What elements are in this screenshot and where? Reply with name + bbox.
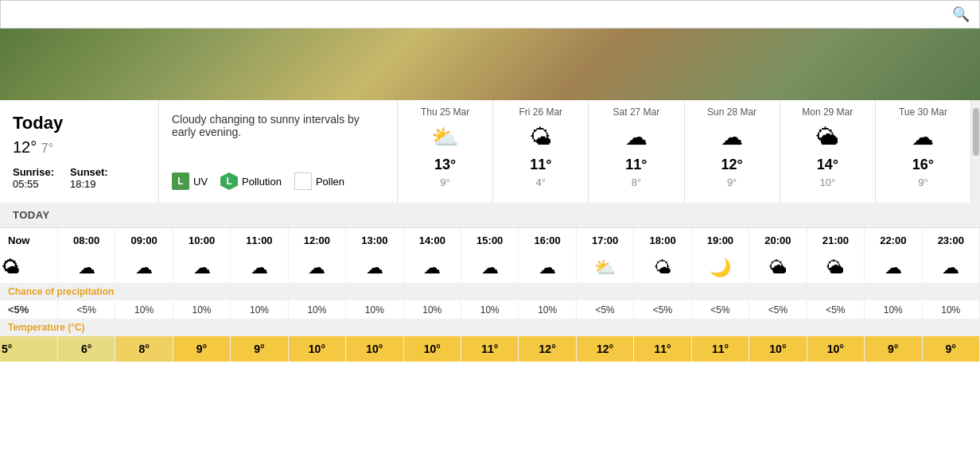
hourly-header: TODAY [0,203,980,228]
today-description: Cloudy changing to sunny intervals by ea… [172,113,384,138]
sunset-time: 18:19 [70,178,108,190]
sunrise-block: Sunrise: 05:55 [13,166,54,190]
precip-val-14: <5% [807,300,864,319]
precip-val-4: 10% [231,300,288,319]
precip-val-3: 10% [173,300,230,319]
hour-label-11: 18:00 [634,228,691,253]
scrollbar-thumb [973,108,979,156]
forecast-date: Sun 28 Mar [707,107,756,118]
hour-label-1: 08:00 [57,228,115,253]
temp-val-10: 12° [576,336,633,362]
temp-val-7: 10° [403,336,461,362]
hour-icon-8: ☁ [461,253,519,283]
forecast-high: 11° [530,157,551,173]
hour-label-9: 16:00 [519,228,576,253]
pollen-icon [294,172,312,190]
hour-icon-13: 🌥 [749,253,807,283]
search-input[interactable]: Lewisham (Greater London) [10,6,952,23]
forecast-high: 11° [625,157,647,173]
hourly-table: Now08:0009:0010:0011:0012:0013:0014:0015… [0,228,980,362]
badges-row: L UV L Pollution Pollen [172,172,384,190]
forecast-icon: ⛅ [431,124,459,150]
forecast-low: 9° [918,176,928,188]
today-low: 7° [41,141,53,155]
hour-label-7: 14:00 [403,228,461,253]
temp-val-15: 9° [865,336,922,362]
forecast-icon: ☁ [912,124,934,150]
hour-icon-3: ☁ [173,253,230,283]
sunrise-label: Sunrise: [13,166,54,178]
hour-label-8: 15:00 [461,228,519,253]
weather-panel: Today 12° 7° Sunrise: 05:55 Sunset: 18:1… [0,100,980,203]
forecast-icon: 🌤 [530,124,552,150]
temp-val-12: 11° [691,336,749,362]
precip-val-7: 10% [403,300,461,319]
search-button[interactable]: 🔍 [952,6,970,23]
forecast-days: Thu 25 Mar ⛅ 13° 9° Fri 26 Mar 🌤 11° 4° … [398,100,970,203]
forecast-day-0[interactable]: Thu 25 Mar ⛅ 13° 9° [398,100,493,203]
forecast-day-3[interactable]: Sun 28 Mar ☁ 12° 9° [685,100,780,203]
precip-val-5: 10% [288,300,345,319]
precip-label: Chance of precipitation [0,283,980,300]
hour-label-10: 17:00 [576,228,633,253]
forecast-day-5[interactable]: Tue 30 Mar ☁ 16° 9° [876,100,970,203]
today-title: Today [13,113,146,134]
hour-icon-5: ☁ [288,253,345,283]
precip-val-8: 10% [461,300,519,319]
precip-val-10: <5% [576,300,633,319]
temp-val-4: 9° [231,336,288,362]
forecast-icon: ☁ [625,124,648,150]
hour-label-3: 10:00 [173,228,230,253]
forecast-low: 4° [536,176,546,188]
hour-icon-11: 🌤 [634,253,691,283]
sunset-label: Sunset: [70,166,108,178]
hour-icon-1: ☁ [57,253,115,283]
forecast-date: Fri 26 Mar [519,107,562,118]
hour-label-13: 20:00 [749,228,807,253]
temp-val-0: 5° [0,336,57,362]
hour-label-0: Now [0,228,57,253]
precip-val-16: 10% [922,300,980,319]
temp-val-11: 11° [634,336,691,362]
forecast-date: Tue 30 Mar [899,107,947,118]
forecast-high: 16° [912,157,934,173]
hour-icon-6: ☁ [346,253,403,283]
precip-val-12: <5% [691,300,749,319]
temp-val-1: 6° [57,336,115,362]
today-temps: 12° 7° [13,138,146,157]
hourly-section: TODAY Now08:0009:0010:0011:0012:0013:001… [0,203,980,362]
precip-val-2: 10% [115,300,173,319]
temp-val-8: 11° [461,336,519,362]
search-bar: Lewisham (Greater London) 🔍 [0,0,980,29]
forecast-low: 9° [440,176,449,188]
precip-val-6: 10% [346,300,403,319]
today-card: Today 12° 7° Sunrise: 05:55 Sunset: 18:1… [0,100,159,203]
forecast-day-1[interactable]: Fri 26 Mar 🌤 11° 4° [493,100,589,203]
forecast-high: 14° [817,157,838,173]
sunset-block: Sunset: 18:19 [70,166,108,190]
hour-label-4: 11:00 [231,228,288,253]
pollution-label: Pollution [242,176,282,188]
hour-label-2: 09:00 [115,228,173,253]
hour-icon-14: 🌥 [807,253,864,283]
forecast-date: Mon 29 Mar [802,107,853,118]
forecast-high: 13° [434,157,456,173]
precip-val-0: <5% [0,300,57,319]
uv-label: UV [193,176,208,188]
precip-val-11: <5% [634,300,691,319]
scrollbar[interactable] [970,100,980,203]
precip-val-9: 10% [519,300,576,319]
forecast-day-2[interactable]: Sat 27 Mar ☁ 11° 8° [589,100,684,203]
hour-label-12: 19:00 [691,228,749,253]
precip-val-13: <5% [749,300,807,319]
forecast-icon: 🌥 [816,124,838,150]
today-high: 12° [13,138,37,156]
hour-icon-15: ☁ [865,253,922,283]
pollen-label: Pollen [316,176,344,188]
forecast-day-4[interactable]: Mon 29 Mar 🌥 14° 10° [780,100,876,203]
temp-val-13: 10° [749,336,807,362]
temp-val-2: 8° [115,336,173,362]
temp-val-16: 9° [922,336,980,362]
hour-icon-12: 🌙 [691,253,749,283]
sun-times: Sunrise: 05:55 Sunset: 18:19 [13,166,146,190]
